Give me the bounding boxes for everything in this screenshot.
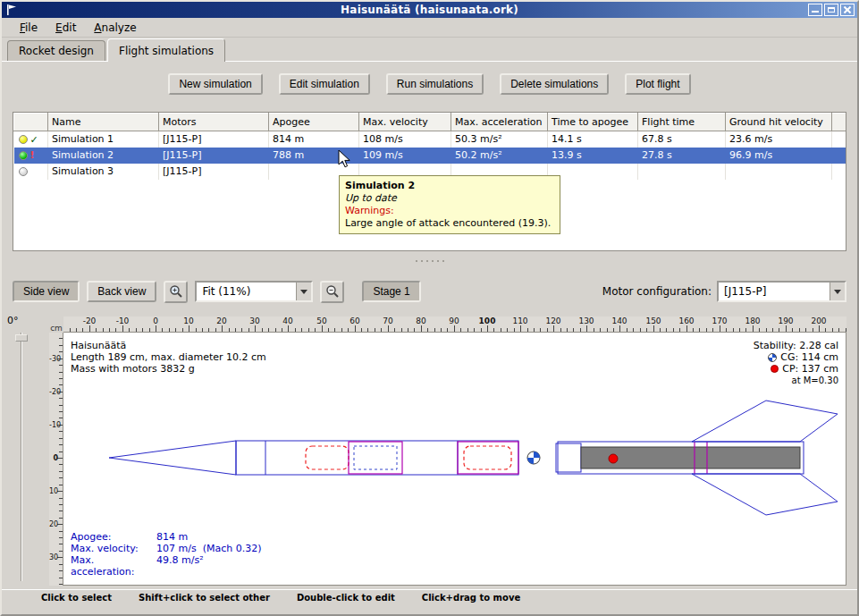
cell-name: Simulation 2 <box>48 148 159 164</box>
coupler-inner-component[interactable] <box>354 446 397 469</box>
back-view-button[interactable]: Back view <box>87 281 156 302</box>
ruler-tick <box>59 438 63 439</box>
table-header-row: Name Motors Apogee Max. velocity Max. ac… <box>14 114 847 131</box>
ruler-tick <box>59 372 63 373</box>
ruler-tick <box>686 325 687 332</box>
tooltip-state: Up to date <box>345 192 554 205</box>
tab-rocket-design[interactable]: Rocket design <box>7 40 105 62</box>
fin-top[interactable] <box>692 401 838 442</box>
rocket-dimensions: Length 189 cm, max. diameter 10.2 cm <box>71 351 266 363</box>
ruler-tick <box>745 328 746 332</box>
ruler-tick <box>355 325 356 332</box>
ruler-tick <box>527 328 528 332</box>
ruler-tick <box>59 451 63 452</box>
title-bar[interactable]: Haisunäätä (haisunaata.ork) <box>2 2 857 18</box>
ruler-label: 60 <box>349 316 359 325</box>
cg-icon <box>768 353 777 362</box>
ruler-tick <box>59 464 63 465</box>
zoom-out-button[interactable] <box>320 281 344 303</box>
column-header-time-to-apogee[interactable]: Time to apogee <box>548 114 638 131</box>
ruler-tick <box>394 328 395 332</box>
table-row-selected[interactable]: ! Simulation 2 [J115-P] 788 m 109 m/s 50… <box>14 148 847 164</box>
ruler-tick <box>96 328 97 332</box>
menu-file[interactable]: File <box>13 20 45 36</box>
chevron-down-icon[interactable] <box>296 283 311 300</box>
ruler-label: -30 <box>49 355 58 363</box>
ruler-tick <box>59 444 63 445</box>
panel-splitter[interactable] <box>2 255 857 267</box>
nose-cone[interactable] <box>109 441 236 475</box>
ruler-tick <box>136 328 137 332</box>
ruler-label: 0 <box>49 454 58 462</box>
ruler-tick <box>825 328 826 332</box>
motor-configuration-label: Motor configuration: <box>602 285 712 298</box>
ruler-tick <box>586 325 587 332</box>
minimize-button-icon[interactable] <box>808 4 822 16</box>
rotation-slider-thumb[interactable] <box>15 334 28 342</box>
ruler-tick <box>388 325 389 332</box>
flight-info-block: Apogee:814 m Max. velocity:107 m/s (Mach… <box>71 531 261 578</box>
ruler-tick <box>89 325 90 332</box>
ruler-tick <box>315 328 316 332</box>
rotation-angle-label: 0° <box>7 315 19 326</box>
rotation-slider[interactable] <box>18 333 25 581</box>
column-header-status[interactable] <box>14 114 48 131</box>
edit-simulation-button[interactable]: Edit simulation <box>279 73 370 95</box>
side-view-button[interactable]: Side view <box>13 281 80 302</box>
column-header-flight-time[interactable]: Flight time <box>638 114 726 131</box>
ruler-tick <box>720 325 720 332</box>
parachute-main[interactable] <box>306 446 349 469</box>
ruler-tick <box>567 328 568 332</box>
parachute-drogue[interactable] <box>464 446 511 469</box>
ruler-tick <box>819 325 820 332</box>
stage-1-toggle[interactable]: Stage 1 <box>362 281 420 302</box>
ruler-tick <box>487 325 488 332</box>
ruler-tick <box>361 328 362 332</box>
maximize-button-icon[interactable] <box>824 4 838 16</box>
new-simulation-button[interactable]: New simulation <box>168 73 262 95</box>
ruler-tick <box>726 328 727 332</box>
ruler-tick <box>115 328 116 332</box>
menu-analyze[interactable]: Analyze <box>87 20 143 36</box>
column-header-max-acceleration[interactable]: Max. acceleration <box>451 114 548 131</box>
column-header-max-velocity[interactable]: Max. velocity <box>359 114 451 131</box>
run-simulations-button[interactable]: Run simulations <box>386 73 484 95</box>
motor-configuration-select[interactable]: [J115-P] <box>717 281 846 302</box>
fin-bottom[interactable] <box>692 474 838 515</box>
table-row[interactable]: ✓ Simulation 1 [J115-P] 814 m 108 m/s 50… <box>14 131 847 148</box>
ruler-tick <box>129 328 130 332</box>
ruler-tick <box>753 325 754 332</box>
ruler-label: 140 <box>611 316 627 325</box>
ruler-tick <box>633 328 634 332</box>
ruler-tick <box>381 328 382 332</box>
chevron-down-icon[interactable] <box>830 283 845 300</box>
motor-configuration-value: [J115-P] <box>719 285 830 298</box>
zoom-in-button[interactable] <box>164 281 188 303</box>
column-header-motors[interactable]: Motors <box>159 114 269 131</box>
ruler-label: 0 <box>153 316 158 325</box>
ruler-tick <box>59 578 63 578</box>
ruler-tick <box>348 328 349 332</box>
ruler-label: 180 <box>745 316 760 325</box>
interstage-coupler[interactable] <box>556 443 581 472</box>
ruler-tick <box>553 325 554 332</box>
ruler-tick <box>607 328 608 332</box>
ruler-tick <box>573 328 574 332</box>
delete-simulations-button[interactable]: Delete simulations <box>500 73 609 95</box>
menu-edit[interactable]: Edit <box>48 20 83 36</box>
app-window: Haisunäätä (haisunaata.ork) File Edit An… <box>0 0 859 616</box>
ruler-tick <box>594 328 594 332</box>
plot-flight-button[interactable]: Plot flight <box>625 73 690 95</box>
ruler-tick <box>59 551 63 552</box>
magnifier-icon <box>169 284 183 299</box>
column-header-name[interactable]: Name <box>48 114 159 131</box>
zoom-select[interactable]: Fit (11%) <box>195 281 313 302</box>
tab-flight-simulations[interactable]: Flight simulations <box>107 38 225 62</box>
column-header-ground-hit-velocity[interactable]: Ground hit velocity <box>726 114 832 131</box>
close-button-icon[interactable] <box>840 4 855 16</box>
ruler-tick <box>673 328 674 332</box>
rocket-canvas[interactable]: Haisunäätä Length 189 cm, max. diameter … <box>63 333 846 586</box>
ruler-tick <box>613 328 614 332</box>
column-header-apogee[interactable]: Apogee <box>269 114 359 131</box>
ruler-label: 40 <box>282 316 292 325</box>
